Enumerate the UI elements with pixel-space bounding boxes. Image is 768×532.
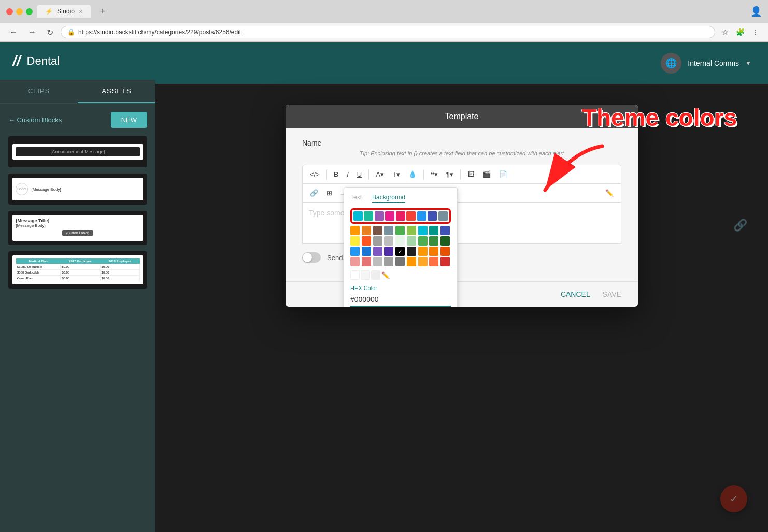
refresh-nav-button[interactable]: ↻ bbox=[44, 26, 56, 38]
color-cell-selected[interactable]: ✓ bbox=[395, 247, 405, 256]
color-cell[interactable] bbox=[418, 247, 428, 256]
back-nav-button[interactable]: ← bbox=[6, 26, 21, 38]
color-cell[interactable] bbox=[418, 236, 428, 246]
color-cell[interactable] bbox=[353, 211, 363, 221]
forward-nav-button[interactable]: → bbox=[25, 26, 39, 38]
list-item[interactable]: {Message Title} {Message Body} {Button L… bbox=[8, 211, 147, 245]
color-cell[interactable] bbox=[429, 257, 438, 266]
color-cell[interactable] bbox=[373, 247, 382, 256]
highlight-button[interactable]: 💧 bbox=[405, 168, 420, 180]
paragraph-button[interactable]: ¶▾ bbox=[443, 168, 457, 180]
settings-icon[interactable]: ⋮ bbox=[749, 27, 762, 37]
bookmarks-icon[interactable]: ☆ bbox=[719, 27, 731, 37]
light-gray-color-cell[interactable] bbox=[361, 270, 370, 280]
back-button[interactable]: ← Custom Blocks bbox=[8, 116, 62, 124]
image-button[interactable]: 🖼 bbox=[464, 168, 477, 180]
color-cell[interactable] bbox=[385, 211, 394, 221]
color-cell[interactable] bbox=[440, 247, 450, 256]
color-cell[interactable] bbox=[384, 257, 393, 266]
color-cell[interactable] bbox=[373, 236, 382, 246]
color-cell[interactable] bbox=[407, 226, 416, 235]
new-button[interactable]: NEW bbox=[111, 112, 147, 128]
list-item[interactable]: {Announcement Message} bbox=[8, 136, 147, 167]
color-cell[interactable] bbox=[429, 247, 438, 256]
standalone-toggle[interactable] bbox=[302, 252, 321, 263]
font-color-button[interactable]: A▾ bbox=[373, 168, 387, 180]
body-text-2: {Message Body} bbox=[16, 223, 140, 228]
sidebar-item-assets[interactable]: ASSETS bbox=[78, 80, 155, 103]
video-button[interactable]: 🎬 bbox=[479, 168, 494, 180]
list-item[interactable]: LOGO {Message Body} bbox=[8, 174, 147, 205]
browser-tab[interactable]: ⚡ Studio ✕ bbox=[37, 5, 91, 18]
bold-button[interactable]: B bbox=[331, 168, 342, 180]
color-cell[interactable] bbox=[418, 226, 428, 235]
color-cell[interactable] bbox=[362, 236, 371, 246]
tab-text[interactable]: Text bbox=[350, 194, 362, 203]
color-cell[interactable] bbox=[396, 211, 405, 221]
url-text: https://studio.backstit.ch/my/categories… bbox=[78, 28, 241, 36]
sidebar-section: ← Custom Blocks NEW bbox=[0, 104, 155, 136]
code-button[interactable]: </> bbox=[307, 168, 323, 180]
chevron-down-icon: ▼ bbox=[745, 60, 751, 67]
table-button[interactable]: ⊞ bbox=[323, 187, 335, 199]
tab-close-icon[interactable]: ✕ bbox=[79, 9, 83, 15]
color-cell[interactable] bbox=[384, 226, 393, 235]
color-cell[interactable] bbox=[395, 226, 405, 235]
color-cell[interactable] bbox=[407, 247, 416, 256]
color-cell[interactable] bbox=[417, 211, 426, 221]
color-cell[interactable] bbox=[395, 236, 405, 246]
color-cell[interactable] bbox=[375, 211, 384, 221]
new-tab-button[interactable]: + bbox=[95, 4, 110, 19]
color-cell[interactable] bbox=[428, 211, 437, 221]
color-cell[interactable] bbox=[429, 226, 438, 235]
cancel-button[interactable]: CANCEL bbox=[561, 290, 590, 298]
color-cell[interactable] bbox=[373, 257, 382, 266]
color-cell[interactable] bbox=[440, 226, 450, 235]
color-cell[interactable] bbox=[362, 247, 371, 256]
blockquote-button[interactable]: ❝▾ bbox=[428, 168, 441, 180]
clips-tab-label: CLIPS bbox=[28, 87, 50, 95]
hex-input[interactable] bbox=[350, 293, 451, 307]
color-cell[interactable] bbox=[373, 226, 382, 235]
color-cell[interactable] bbox=[418, 257, 428, 266]
gray-color-cell[interactable] bbox=[371, 270, 380, 280]
template-card-table: Medical Plan 2017 Employee 2018 Employee… bbox=[12, 255, 143, 284]
tab-background[interactable]: Background bbox=[372, 194, 405, 203]
color-cell[interactable] bbox=[407, 236, 416, 246]
color-cell[interactable] bbox=[438, 211, 448, 221]
color-cell[interactable] bbox=[350, 226, 360, 235]
file-button[interactable]: 📄 bbox=[496, 168, 510, 180]
color-cell[interactable] bbox=[384, 247, 393, 256]
maximize-button[interactable] bbox=[26, 8, 33, 15]
extensions-icon[interactable]: 🧩 bbox=[733, 27, 747, 37]
save-button[interactable]: SAVE bbox=[603, 290, 621, 298]
color-cell[interactable] bbox=[407, 257, 416, 266]
color-cell[interactable] bbox=[384, 236, 393, 246]
url-bar[interactable]: 🔒 https://studio.backstit.ch/my/categori… bbox=[61, 26, 715, 38]
list-item[interactable]: Medical Plan 2017 Employee 2018 Employee… bbox=[8, 251, 147, 289]
color-cell[interactable] bbox=[350, 247, 360, 256]
minimize-button[interactable] bbox=[16, 8, 23, 15]
underline-button[interactable]: U bbox=[354, 168, 365, 180]
color-cell[interactable] bbox=[350, 236, 360, 246]
color-cell[interactable] bbox=[429, 236, 438, 246]
color-cell[interactable] bbox=[440, 257, 450, 266]
eyedropper-button[interactable]: ✏️ bbox=[381, 270, 390, 280]
link-button[interactable]: 🔗 bbox=[307, 187, 321, 199]
italic-button[interactable]: I bbox=[344, 168, 352, 180]
color-cell[interactable] bbox=[362, 226, 371, 235]
text-style-button[interactable]: T▾ bbox=[389, 168, 403, 180]
white-color-cell[interactable] bbox=[350, 270, 360, 280]
sidebar-item-clips[interactable]: CLIPS bbox=[0, 80, 78, 103]
color-cell[interactable] bbox=[364, 211, 373, 221]
user-section[interactable]: 🌐 Internal Comms ▼ bbox=[661, 53, 751, 74]
close-button[interactable] bbox=[6, 8, 13, 15]
color-cell[interactable] bbox=[362, 257, 371, 266]
color-cell[interactable] bbox=[440, 236, 450, 246]
color-cell[interactable] bbox=[395, 257, 405, 266]
table-header-1: Medical Plan bbox=[16, 258, 61, 264]
eyedropper-toolbar-button[interactable]: ✏️ bbox=[602, 187, 617, 199]
color-cell[interactable] bbox=[406, 211, 416, 221]
template-card-title: {Message Title} {Message Body} {Button L… bbox=[12, 215, 143, 241]
color-cell[interactable] bbox=[350, 257, 360, 266]
